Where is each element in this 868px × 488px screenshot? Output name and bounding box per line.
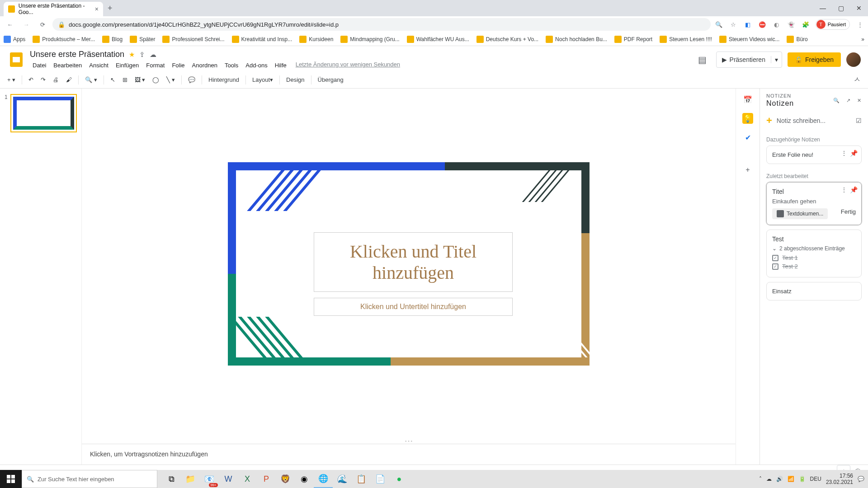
address-bar[interactable]: 🔒 docs.google.com/presentation/d/1je40CL…	[52, 18, 711, 31]
share-button[interactable]: 🔒 Freigeben	[788, 52, 841, 67]
browser-tab[interactable]: Unsere erste Präsentation - Goo... ×	[4, 2, 103, 16]
battery-icon[interactable]: 🔋	[799, 476, 806, 482]
slide-filmstrip[interactable]: 1	[0, 89, 81, 465]
line-icon[interactable]: ╲ ▾	[164, 75, 178, 85]
edge-icon[interactable]: 🌊	[333, 470, 352, 488]
star-icon[interactable]: ☆	[729, 20, 738, 29]
transition-button[interactable]: Übergang	[315, 75, 346, 85]
image-icon[interactable]: 🖼 ▾	[132, 75, 148, 85]
bookmark-item[interactable]: Kursideen	[299, 36, 333, 43]
language-indicator[interactable]: DEU	[810, 476, 821, 482]
excel-icon[interactable]: X	[238, 470, 257, 488]
clock[interactable]: 17:56 23.02.2021	[826, 473, 853, 486]
bookmark-overflow-icon[interactable]: »	[861, 36, 864, 42]
slides-logo[interactable]	[7, 51, 25, 69]
bookmark-item[interactable]: PDF Report	[614, 36, 652, 43]
tray-chevron-icon[interactable]: ˄	[759, 476, 762, 482]
menu-hilfe[interactable]: Hilfe	[272, 61, 289, 70]
checklist-item[interactable]: ✓ Test 1	[772, 254, 856, 261]
chrome-icon[interactable]: 🌐	[314, 470, 333, 488]
task-view-icon[interactable]: ⧉	[162, 470, 181, 488]
bookmark-item[interactable]: Kreativität und Insp...	[232, 36, 292, 43]
comments-icon[interactable]: ▤	[694, 52, 711, 68]
close-window-icon[interactable]: ✕	[850, 1, 868, 15]
reload-icon[interactable]: ⟳	[36, 18, 49, 31]
maximize-icon[interactable]: ▢	[832, 1, 850, 15]
back-icon[interactable]: ←	[4, 18, 16, 31]
pin-icon[interactable]: 📌	[850, 186, 858, 193]
bookmark-item[interactable]: Deutsche Kurs + Vo...	[476, 36, 538, 43]
undo-icon[interactable]: ↶	[26, 75, 36, 85]
spotify-icon[interactable]: ●	[390, 470, 409, 488]
note-card-titel[interactable]: ⋮ 📌 Titel Einkaufen gehen Textdokumen...…	[766, 182, 862, 225]
menu-folie[interactable]: Folie	[169, 61, 187, 70]
title-placeholder[interactable]: Klicken und Titel hinzufügen	[314, 232, 513, 292]
bookmark-item[interactable]: Blog	[102, 36, 123, 43]
keep-sidebar-icon[interactable]: 💡	[742, 113, 753, 124]
slide-thumbnail[interactable]	[10, 94, 77, 132]
ghostery-icon[interactable]: 👻	[787, 20, 796, 29]
note-card-test[interactable]: Test ⌄ 2 abgeschlossene Einträge ✓ Test …	[766, 230, 862, 277]
keep-extension-icon[interactable]: ◧	[743, 20, 752, 29]
taskbar-search[interactable]: 🔍 Zur Suche Text hier eingeben	[22, 470, 157, 488]
note-card-einsatz[interactable]: Einsatz	[766, 282, 862, 300]
add-sidebar-icon[interactable]: +	[742, 164, 753, 175]
note-card-related[interactable]: ⋮ 📌 Erste Folie neu!	[766, 145, 862, 164]
present-button[interactable]: ▶Präsentieren ▾	[716, 52, 782, 68]
move-icon[interactable]: ⇪	[139, 51, 145, 59]
zoom-icon[interactable]: 🔍 ▾	[82, 75, 100, 85]
note-menu-icon[interactable]: ⋮	[841, 150, 847, 157]
note-menu-icon[interactable]: ⋮	[841, 186, 847, 193]
bookmark-item[interactable]: Steuern Lesen !!!!	[660, 36, 712, 43]
notifications-icon[interactable]: 💬	[858, 476, 864, 482]
volume-icon[interactable]: 🔊	[776, 476, 783, 482]
mail-icon[interactable]: 📧99+	[200, 470, 219, 488]
menu-anordnen[interactable]: Anordnen	[189, 61, 220, 70]
checkbox-icon[interactable]: ✓	[772, 255, 778, 261]
slide-canvas[interactable]: Klicken und Titel hinzufügen Klicken und…	[228, 162, 590, 366]
new-note-button[interactable]: + Notiz schreiben... ☑	[766, 115, 862, 127]
cloud-icon[interactable]: ☁	[766, 476, 772, 482]
star-icon[interactable]: ★	[129, 51, 135, 59]
print-icon[interactable]: 🖨	[50, 75, 61, 85]
design-button[interactable]: Design	[283, 75, 307, 85]
tasks-sidebar-icon[interactable]: ✔	[742, 132, 753, 143]
menu-format[interactable]: Format	[143, 61, 167, 70]
select-tool-icon[interactable]: ↖	[108, 75, 118, 85]
done-button[interactable]: Fertig	[841, 208, 856, 215]
checkbox-icon[interactable]: ✓	[772, 263, 778, 270]
open-external-icon[interactable]: ↗	[846, 98, 851, 103]
bookmark-item[interactable]: Büro	[787, 36, 807, 43]
notes-drag-handle[interactable]: • • •	[82, 439, 736, 444]
forward-icon[interactable]: →	[20, 18, 33, 31]
word-icon[interactable]: W	[219, 470, 238, 488]
search-icon[interactable]: 🔍	[833, 98, 840, 103]
new-slide-button[interactable]: + ▾	[5, 75, 18, 85]
new-tab-button[interactable]: +	[108, 4, 113, 13]
checklist-icon[interactable]: ☑	[856, 117, 862, 124]
redo-icon[interactable]: ↷	[38, 75, 48, 85]
menu-ansicht[interactable]: Ansicht	[86, 61, 111, 70]
adblock-icon[interactable]: ⛔	[758, 20, 767, 29]
paint-format-icon[interactable]: 🖌	[63, 75, 75, 85]
chrome-menu-icon[interactable]: ⋮	[855, 20, 864, 29]
doc-chip[interactable]: Textdokumen...	[772, 208, 828, 219]
subtitle-placeholder[interactable]: Klicken und Untertitel hinzufügen	[314, 298, 513, 316]
obs-icon[interactable]: ◉	[295, 470, 314, 488]
bookmark-item[interactable]: Mindmapping (Gru...	[340, 36, 399, 43]
brave-icon[interactable]: 🦁	[276, 470, 295, 488]
calendar-sidebar-icon[interactable]: 📅	[742, 94, 753, 105]
bookmark-item[interactable]: Steuern Videos wic...	[719, 36, 780, 43]
layout-button[interactable]: Layout ▾	[250, 75, 276, 85]
zoom-icon[interactable]: 🔍	[714, 20, 723, 29]
pin-icon[interactable]: 📌	[850, 150, 858, 157]
minimize-icon[interactable]: —	[814, 1, 832, 15]
menu-einfuegen[interactable]: Einfügen	[113, 61, 142, 70]
doc-title[interactable]: Unsere erste Präsentation	[30, 50, 124, 59]
menu-datei[interactable]: Datei	[30, 61, 49, 70]
menu-tools[interactable]: Tools	[222, 61, 241, 70]
profile-badge[interactable]: T Pausiert	[816, 19, 850, 30]
close-panel-icon[interactable]: ✕	[857, 98, 862, 103]
menu-bearbeiten[interactable]: Bearbeiten	[51, 61, 85, 70]
background-button[interactable]: Hintergrund	[206, 75, 242, 85]
